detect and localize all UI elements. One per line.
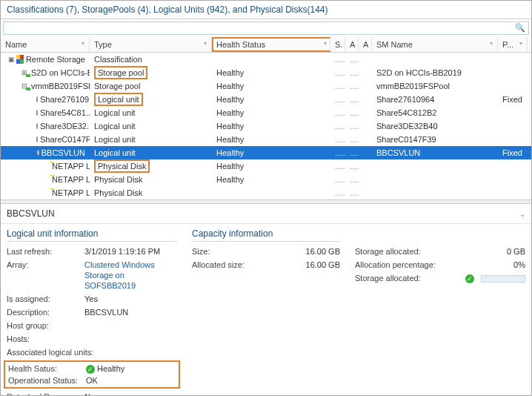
col-a2[interactable]: A bbox=[359, 37, 372, 52]
capacity-header: Capacity information bbox=[192, 228, 340, 242]
search-input[interactable]: 🔍 bbox=[3, 22, 529, 35]
desc-value: BBCSVLUN bbox=[84, 307, 177, 317]
alloc-pct-label: Allocation percentage: bbox=[355, 260, 451, 270]
col-s[interactable]: S. bbox=[330, 37, 345, 52]
row-type: Logical unit bbox=[90, 93, 212, 106]
op-status-label: Operational Status: bbox=[8, 375, 86, 386]
storage-alloc-value: 0 GB bbox=[451, 246, 525, 257]
row-sm: vmmBB2019FSPool bbox=[372, 82, 498, 90]
last-refresh-value: 3/1/2019 1:19:16 PM bbox=[84, 246, 177, 257]
column-headers: Name▾ Type▾ Health Status▾ S. A A SM Nam… bbox=[1, 37, 531, 53]
desc-label: Description: bbox=[7, 307, 84, 317]
row-type: Logical unit bbox=[90, 108, 212, 117]
row-type: Physical Disk bbox=[90, 175, 212, 184]
row-name: S2D on HCCIs-B... bbox=[31, 68, 90, 77]
col-a1[interactable]: A bbox=[345, 37, 359, 52]
row-a: ... bbox=[345, 162, 359, 171]
col-name[interactable]: Name▾ bbox=[1, 37, 90, 52]
row-s: ... bbox=[330, 68, 345, 77]
assigned-label: Is assigned: bbox=[7, 294, 84, 304]
row-a: ... bbox=[345, 188, 359, 197]
row-health: Healthy bbox=[212, 162, 330, 171]
row-s: ... bbox=[330, 188, 345, 197]
row-name: BBCSVLUN bbox=[41, 148, 85, 157]
row-name: Share276109... bbox=[40, 95, 90, 104]
table-row[interactable]: NETAPP LUN...Physical DiskHealthy...... bbox=[1, 173, 531, 186]
chevron-down-icon: ⌄ bbox=[519, 210, 525, 218]
row-type: Classification bbox=[90, 55, 212, 64]
row-health: Healthy bbox=[212, 95, 330, 104]
row-type: Logical unit bbox=[90, 148, 212, 157]
row-s: ... bbox=[330, 162, 345, 171]
row-p: Fixed bbox=[498, 148, 528, 157]
row-s: ... bbox=[330, 95, 345, 104]
logical-unit-header: Logical unit information bbox=[7, 228, 177, 242]
assigned-value: Yes bbox=[84, 294, 177, 304]
row-s: ... bbox=[330, 148, 345, 157]
tree-rows: ▣Remote StorageClassification......⊞S2D … bbox=[1, 53, 531, 199]
row-a: ... bbox=[345, 108, 359, 117]
row-type: Physical Disk bbox=[90, 159, 212, 173]
row-name: Share54C81... bbox=[40, 108, 90, 117]
row-type: Physical Disk bbox=[90, 188, 212, 197]
table-row[interactable]: Share276109...Logical unitHealthy......S… bbox=[1, 93, 531, 106]
row-s: ... bbox=[330, 82, 345, 90]
search-icon: 🔍 bbox=[515, 23, 525, 33]
storage-alloc-bar: ✓ bbox=[451, 273, 525, 283]
table-row[interactable]: NETAPP LUN...Physical Disk...... bbox=[1, 186, 531, 199]
row-a: ... bbox=[345, 148, 359, 157]
row-sm: Share54C812B2 bbox=[372, 108, 498, 117]
detail-body: Logical unit information Last refresh:3/… bbox=[1, 224, 531, 396]
hosts-label: Hosts: bbox=[7, 334, 84, 344]
detached-label: Detached Reason: bbox=[7, 392, 84, 396]
col-type[interactable]: Type▾ bbox=[90, 37, 212, 52]
disk-icon bbox=[36, 136, 38, 142]
row-a: ... bbox=[345, 82, 359, 90]
row-type: Storage pool bbox=[90, 82, 212, 90]
last-refresh-label: Last refresh: bbox=[7, 246, 84, 257]
disk-icon bbox=[36, 123, 38, 129]
row-sm: ShareC0147F39 bbox=[372, 135, 498, 144]
assoc-label: Associated logical units: bbox=[7, 347, 125, 357]
row-name: Remote Storage bbox=[26, 55, 85, 64]
row-s: ... bbox=[330, 175, 345, 184]
row-a: ... bbox=[345, 95, 359, 104]
row-type: Logical unit bbox=[90, 122, 212, 131]
expand-icon[interactable]: ▣ bbox=[8, 56, 15, 63]
table-row[interactable]: NETAPP LUN...Physical DiskHealthy...... bbox=[1, 159, 531, 173]
detached-value: None bbox=[84, 392, 177, 396]
row-a: ... bbox=[345, 135, 359, 144]
array-link[interactable]: Clustered Windows Storage on SOFSBB2019 bbox=[84, 260, 177, 291]
size-label: Size: bbox=[192, 246, 270, 257]
table-row[interactable]: ⊟vmmBB2019FSP...Storage poolHealthy.....… bbox=[1, 79, 531, 93]
col-p[interactable]: P...▾ bbox=[498, 37, 528, 52]
row-p: Fixed bbox=[498, 95, 528, 104]
row-health: Healthy bbox=[212, 122, 330, 131]
table-row[interactable]: BBCSVLUNLogical unitHealthy......BBCSVLU… bbox=[1, 146, 531, 159]
detail-title: BBCSVLUN bbox=[7, 208, 55, 219]
disk-icon bbox=[37, 150, 39, 156]
row-sm: Share3DE32B40 bbox=[372, 122, 498, 131]
table-row[interactable]: Share3DE32...Logical unitHealthy......Sh… bbox=[1, 119, 531, 133]
col-smname[interactable]: SM Name▾ bbox=[372, 37, 498, 52]
row-health: Healthy bbox=[212, 68, 330, 77]
row-health: Healthy bbox=[212, 175, 330, 184]
op-status-value: OK bbox=[86, 375, 176, 386]
storage-alloc2-label: Storage allocated: bbox=[355, 273, 451, 283]
row-a: ... bbox=[345, 68, 359, 77]
check-icon: ✓ bbox=[86, 365, 95, 374]
table-row[interactable]: ShareC0147F...Logical unitHealthy......S… bbox=[1, 133, 531, 146]
check-icon: ✓ bbox=[465, 274, 474, 283]
detail-title-bar[interactable]: BBCSVLUN ⌄ bbox=[1, 204, 531, 224]
table-row[interactable]: ⊞S2D on HCCIs-B...Storage poolHealthy...… bbox=[1, 66, 531, 79]
hostgroup-label: Host group: bbox=[7, 320, 84, 331]
remote-icon bbox=[16, 55, 24, 64]
table-row[interactable]: ▣Remote StorageClassification...... bbox=[1, 53, 531, 66]
row-type: Logical unit bbox=[90, 135, 212, 144]
table-row[interactable]: Share54C81...Logical unitHealthy......Sh… bbox=[1, 106, 531, 119]
row-health: Healthy bbox=[212, 135, 330, 144]
col-health[interactable]: Health Status▾ bbox=[212, 37, 330, 52]
row-health: Healthy bbox=[212, 148, 330, 157]
row-health: Healthy bbox=[212, 82, 330, 90]
row-a: ... bbox=[345, 122, 359, 131]
